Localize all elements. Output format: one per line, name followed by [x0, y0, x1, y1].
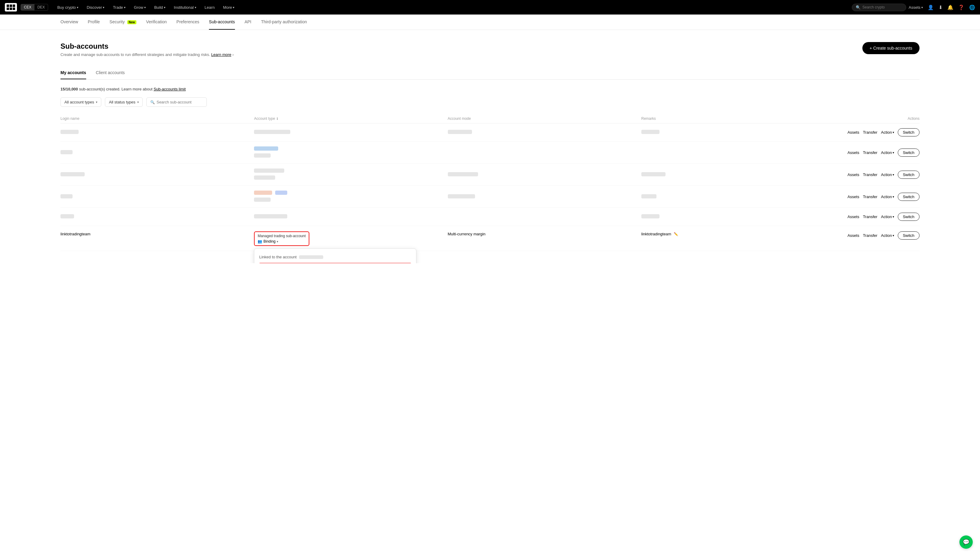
nav-discover[interactable]: Discover▾ — [84, 5, 108, 10]
tab-client-accounts[interactable]: Client accounts — [96, 66, 125, 79]
sub-account-search[interactable]: 🔍 — [146, 97, 207, 107]
nav-trade[interactable]: Trade▾ — [110, 5, 128, 10]
sub-account-search-input[interactable] — [156, 100, 203, 104]
action-dropdown[interactable]: Action▾ — [881, 130, 894, 135]
okx-logo[interactable] — [5, 3, 17, 11]
status-type-filter[interactable]: All status types ▾ — [105, 97, 142, 107]
assets-link[interactable]: Assets — [848, 215, 859, 219]
main-content: Sub-accounts Create and manage sub-accou… — [0, 30, 980, 263]
login-name-cell: linktotradingteam — [60, 231, 254, 236]
login-name-blurred — [60, 194, 73, 199]
account-type-blurred — [254, 146, 278, 150]
nav-learn[interactable]: Learn — [201, 5, 218, 10]
unbind-option[interactable]: 🔗 Unbind After unlink, the custodian can… — [258, 263, 413, 263]
login-name-cell — [60, 214, 254, 219]
remarks-cell — [642, 194, 835, 199]
subnav-api[interactable]: API — [245, 15, 251, 30]
subnav-profile[interactable]: Profile — [88, 15, 100, 30]
subnav-preferences[interactable]: Preferences — [177, 15, 199, 30]
filters-bar: All account types ▾ All status types ▾ 🔍 — [60, 97, 920, 107]
transfer-link[interactable]: Transfer — [863, 194, 877, 199]
assets-link[interactable]: Assets — [848, 233, 859, 238]
login-name-cell — [60, 150, 254, 155]
create-sub-accounts-button[interactable]: + Create sub-accounts — [862, 42, 920, 54]
linked-account-blurred — [299, 255, 323, 259]
account-type-blurred2 — [254, 154, 271, 158]
assets-link[interactable]: Assets — [848, 173, 859, 177]
chevron-down-icon: ▾ — [137, 100, 139, 104]
login-name-cell — [60, 194, 254, 199]
globe-icon[interactable]: 🌐 — [969, 5, 975, 10]
switch-button[interactable]: Switch — [898, 193, 920, 201]
nav-build[interactable]: Build▾ — [151, 5, 168, 10]
page-description: Create and manage sub-accounts to run di… — [60, 52, 234, 57]
tab-my-accounts[interactable]: My accounts — [60, 66, 86, 79]
action-dropdown[interactable]: Action▾ — [881, 215, 894, 219]
action-dropdown[interactable]: Action▾ — [881, 150, 894, 155]
switch-button[interactable]: Switch — [898, 231, 920, 239]
sub-accounts-limit-link[interactable]: Sub-accounts limit — [154, 87, 186, 91]
account-type-cell — [254, 191, 448, 203]
assets-link[interactable]: Assets — [848, 130, 859, 135]
action-dropdown[interactable]: Action▾ — [881, 194, 894, 199]
switch-button[interactable]: Switch — [898, 149, 920, 157]
remarks-cell: linktotradingteam ✏️ — [642, 231, 835, 236]
transfer-link[interactable]: Transfer — [863, 215, 877, 219]
cex-tab[interactable]: CEX — [21, 4, 34, 10]
switch-button[interactable]: Switch — [898, 128, 920, 136]
download-icon[interactable]: ⬇ — [938, 5, 943, 10]
remarks-cell — [642, 172, 835, 177]
transfer-link[interactable]: Transfer — [863, 130, 877, 135]
login-name-blurred — [60, 172, 85, 176]
cex-dex-toggle[interactable]: CEX DEX — [21, 4, 48, 11]
nav-grow[interactable]: Grow▾ — [131, 5, 149, 10]
row-actions: Assets Transfer Action▾ Switch — [835, 149, 920, 157]
page-header: Sub-accounts Create and manage sub-accou… — [60, 42, 920, 57]
account-mode-cell — [448, 130, 642, 135]
switch-button[interactable]: Switch — [898, 171, 920, 179]
svg-rect-3 — [6, 8, 9, 10]
dex-tab[interactable]: DEX — [34, 4, 48, 10]
account-type-filter[interactable]: All account types ▾ — [60, 97, 101, 107]
subnav-third-party[interactable]: Third-party authorization — [261, 15, 307, 30]
action-dropdown[interactable]: Action▾ — [881, 233, 894, 238]
nav-right: Assets▾ 👤 ⬇ 🔔 ❓ 🌐 — [909, 5, 975, 10]
subnav-sub-accounts[interactable]: Sub-accounts — [209, 15, 235, 30]
binding-row[interactable]: 👥 Binding ▾ — [258, 239, 306, 244]
assets-button[interactable]: Assets▾ — [909, 5, 923, 10]
account-type-blurred — [254, 130, 290, 134]
switch-button[interactable]: Switch — [898, 213, 920, 221]
account-mode-cell — [448, 172, 642, 177]
svg-rect-4 — [10, 8, 12, 10]
assets-link[interactable]: Assets — [848, 150, 859, 155]
search-box[interactable]: 🔍 — [852, 4, 906, 11]
remarks-blurred — [642, 172, 666, 176]
edit-icon[interactable]: ✏️ — [674, 232, 678, 236]
bell-icon[interactable]: 🔔 — [947, 5, 953, 10]
learn-more-link[interactable]: Learn more — [211, 52, 231, 57]
table-row: Assets Transfer Action▾ Switch — [60, 123, 920, 142]
col-header-login-name: Login name — [60, 116, 254, 121]
subnav-verification[interactable]: Verification — [146, 15, 167, 30]
linked-to-row: Linked to the account — [254, 252, 416, 263]
action-dropdown[interactable]: Action▾ — [881, 173, 894, 177]
transfer-link[interactable]: Transfer — [863, 173, 877, 177]
nav-buy-crypto[interactable]: Buy crypto▾ — [54, 5, 81, 10]
transfer-link[interactable]: Transfer — [863, 233, 877, 238]
subnav-overview[interactable]: Overview — [60, 15, 78, 30]
binding-dropdown: Linked to the account 🔗 Unbind After unl… — [254, 248, 416, 263]
nav-institutional[interactable]: Institutional▾ — [171, 5, 199, 10]
page-title: Sub-accounts — [60, 42, 234, 50]
transfer-link[interactable]: Transfer — [863, 150, 877, 155]
svg-rect-0 — [6, 5, 9, 7]
login-name-blurred — [60, 130, 79, 134]
remarks-cell — [642, 130, 835, 135]
info-icon[interactable]: ℹ — [277, 117, 278, 120]
search-input[interactable] — [862, 5, 902, 10]
table-header: Login name Account type ℹ Account mode R… — [60, 114, 920, 123]
subnav-security[interactable]: Security New — [110, 15, 136, 30]
nav-more[interactable]: More▾ — [220, 5, 238, 10]
user-icon[interactable]: 👤 — [928, 5, 934, 10]
help-icon[interactable]: ❓ — [958, 5, 964, 10]
assets-link[interactable]: Assets — [848, 194, 859, 199]
